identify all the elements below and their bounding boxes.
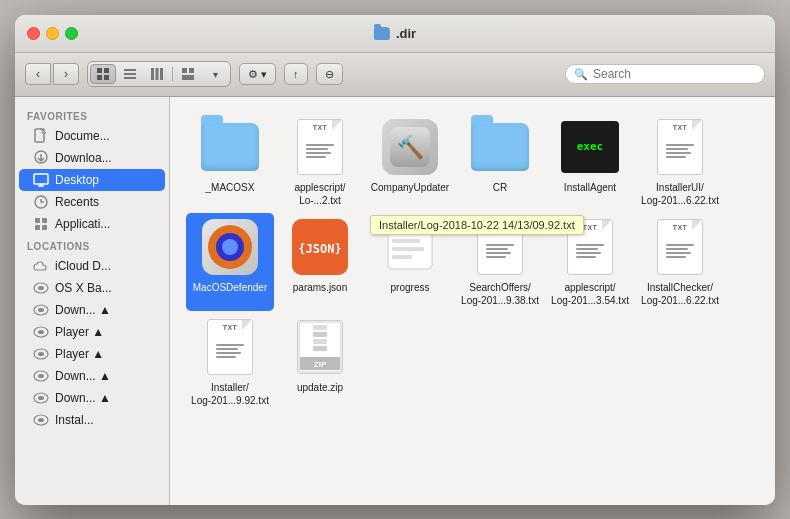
- back-button[interactable]: ‹: [25, 63, 51, 85]
- svg-rect-51: [313, 346, 327, 351]
- view-list-button[interactable]: [117, 64, 143, 84]
- view-buttons: ▾: [87, 61, 231, 87]
- file-installchecker[interactable]: TXT InstallChecker/Log-201...6.22.txt: [636, 213, 724, 311]
- sidebar-item-osx[interactable]: OS X Ba...: [19, 277, 165, 299]
- file-installagent[interactable]: exec InstallAgent: [546, 113, 634, 211]
- svg-rect-10: [182, 68, 187, 73]
- sidebar-item-downloads[interactable]: Downloa...: [19, 147, 165, 169]
- file-cr[interactable]: CR: [456, 113, 544, 211]
- installchecker-icon: TXT: [650, 217, 710, 277]
- sidebar-item-instal[interactable]: Instal...: [19, 409, 165, 431]
- svg-rect-19: [35, 225, 40, 230]
- sidebar-item-player2[interactable]: Player ▲: [19, 343, 165, 365]
- macosx-label: _MACOSX: [206, 181, 255, 194]
- svg-point-32: [38, 396, 44, 400]
- view-icon-button[interactable]: [90, 64, 116, 84]
- svg-rect-0: [97, 68, 102, 73]
- updatezip-icon: ZIP: [290, 317, 350, 377]
- cloud-icon: [33, 258, 49, 274]
- view-sep: [172, 67, 173, 81]
- forward-button[interactable]: ›: [53, 63, 79, 85]
- view-gallery-button[interactable]: [175, 64, 201, 84]
- search-input[interactable]: [593, 67, 756, 81]
- macosx-folder-icon: [200, 117, 260, 177]
- file-installerui[interactable]: TXT InstallerUI/Log-201...6.22.txt: [636, 113, 724, 211]
- file-updatezip[interactable]: ZIP update.zip: [276, 313, 364, 411]
- file-applescript1[interactable]: TXT applescript/Lo-...2.txt: [276, 113, 364, 211]
- sidebar-item-documents[interactable]: Docume...: [19, 125, 165, 147]
- sidebar-player2-label: Player ▲: [55, 347, 155, 361]
- tooltip: Installer/Log-2018-10-22 14/13/09.92.txt: [370, 215, 584, 235]
- sidebar-instal-label: Instal...: [55, 413, 155, 427]
- action-dropdown-icon: ▾: [261, 68, 267, 81]
- file-params[interactable]: {JSON} params.json: [276, 213, 364, 311]
- view-dropdown-button[interactable]: ▾: [202, 64, 228, 84]
- sidebar-player1-label: Player ▲: [55, 325, 155, 339]
- minimize-button[interactable]: [46, 27, 59, 40]
- tooltip-text: Installer/Log-2018-10-22 14/13/09.92.txt: [379, 219, 575, 231]
- file-macosx[interactable]: _MACOSX: [186, 113, 274, 211]
- sidebar-item-desktop[interactable]: Desktop: [19, 169, 165, 191]
- share-icon: ↑: [293, 68, 299, 80]
- sidebar-down3-label: Down... ▲: [55, 391, 155, 405]
- sidebar: Favorites Docume... Downloa... Desktop: [15, 97, 170, 505]
- installagent-label: InstallAgent: [564, 181, 616, 194]
- installerui-label: InstallerUI/Log-201...6.22.txt: [641, 181, 719, 207]
- sidebar-item-down3[interactable]: Down... ▲: [19, 387, 165, 409]
- search-bar[interactable]: 🔍: [565, 64, 765, 84]
- svg-rect-2: [97, 75, 102, 80]
- svg-rect-46: [392, 255, 412, 259]
- maximize-button[interactable]: [65, 27, 78, 40]
- clock-icon: [33, 194, 49, 210]
- progress-label: progress: [391, 281, 430, 294]
- sidebar-icloud-label: iCloud D...: [55, 259, 155, 273]
- file-macosdefender[interactable]: MacOSDefender: [186, 213, 274, 311]
- svg-rect-9: [160, 68, 163, 80]
- svg-rect-15: [34, 174, 48, 184]
- svg-text:ZIP: ZIP: [314, 360, 327, 369]
- close-button[interactable]: [27, 27, 40, 40]
- applications-icon: [33, 216, 49, 232]
- disk-player2-icon: [33, 346, 49, 362]
- svg-rect-3: [104, 75, 109, 80]
- download-icon: [33, 150, 49, 166]
- action-button[interactable]: ⚙ ▾: [239, 63, 276, 85]
- svg-point-24: [38, 308, 44, 312]
- sidebar-item-player1[interactable]: Player ▲: [19, 321, 165, 343]
- sidebar-item-recents[interactable]: Recents: [19, 191, 165, 213]
- sidebar-item-applications[interactable]: Applicati...: [19, 213, 165, 235]
- installerui-icon: TXT: [650, 117, 710, 177]
- sidebar-downloads-label: Downloa...: [55, 151, 155, 165]
- document-icon: [33, 128, 49, 144]
- params-label: params.json: [293, 281, 347, 294]
- searchoffers-label: SearchOffers/Log-201...9.38.txt: [461, 281, 539, 307]
- disk-instal-icon: [33, 412, 49, 428]
- tag-button[interactable]: ⊖: [316, 63, 343, 85]
- svg-rect-20: [42, 225, 47, 230]
- sidebar-item-down1[interactable]: Down... ▲: [19, 299, 165, 321]
- file-installer[interactable]: TXT Installer/Log-201...9.92.txt: [186, 313, 274, 411]
- file-companyupdater[interactable]: 🔨 CompanyUpdater: [366, 113, 454, 211]
- svg-point-26: [38, 330, 44, 334]
- svg-point-34: [38, 418, 44, 422]
- traffic-lights: [27, 27, 78, 40]
- sidebar-desktop-label: Desktop: [55, 173, 155, 187]
- title-bar: .dir: [15, 15, 775, 53]
- tag-icon: ⊖: [325, 68, 334, 81]
- sidebar-down2-label: Down... ▲: [55, 369, 155, 383]
- disk-down2-icon: [33, 368, 49, 384]
- share-button[interactable]: ↑: [284, 63, 308, 85]
- installer-icon: TXT: [200, 317, 260, 377]
- sidebar-documents-label: Docume...: [55, 129, 155, 143]
- sidebar-item-icloud[interactable]: iCloud D...: [19, 255, 165, 277]
- cr-label: CR: [493, 181, 507, 194]
- locations-section-title: Locations: [15, 235, 169, 255]
- view-column-button[interactable]: [144, 64, 170, 84]
- desktop-icon: [33, 172, 49, 188]
- sidebar-osx-label: OS X Ba...: [55, 281, 155, 295]
- svg-rect-7: [151, 68, 154, 80]
- svg-rect-17: [35, 218, 40, 223]
- sidebar-item-down2[interactable]: Down... ▲: [19, 365, 165, 387]
- svg-text:🔨: 🔨: [397, 134, 425, 161]
- svg-text:{JSON}: {JSON}: [298, 242, 341, 256]
